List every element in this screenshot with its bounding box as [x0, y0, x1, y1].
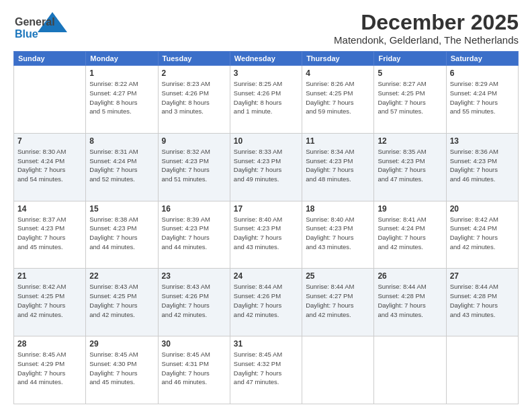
day-info: Sunrise: 8:39 AMSunset: 4:23 PMDaylight:… — [162, 215, 226, 252]
day-info: Sunrise: 8:45 AMSunset: 4:30 PMDaylight:… — [89, 350, 154, 387]
day-number: 29 — [89, 339, 154, 349]
day-info: Sunrise: 8:42 AMSunset: 4:24 PMDaylight:… — [450, 215, 515, 252]
day-number: 22 — [89, 271, 154, 281]
day-number: 24 — [234, 271, 298, 281]
day-info: Sunrise: 8:31 AMSunset: 4:24 PMDaylight:… — [89, 147, 154, 184]
day-number: 17 — [234, 204, 298, 214]
table-row — [14, 66, 86, 134]
day-info: Sunrise: 8:32 AMSunset: 4:23 PMDaylight:… — [162, 147, 226, 184]
day-info: Sunrise: 8:25 AMSunset: 4:26 PMDaylight:… — [234, 79, 298, 116]
table-row: 21Sunrise: 8:42 AMSunset: 4:25 PMDayligh… — [14, 269, 86, 336]
day-info: Sunrise: 8:45 AMSunset: 4:29 PMDaylight:… — [17, 350, 82, 387]
table-row: 4Sunrise: 8:26 AMSunset: 4:25 PMDaylight… — [302, 66, 374, 134]
table-row: 27Sunrise: 8:44 AMSunset: 4:28 PMDayligh… — [446, 269, 518, 336]
day-number: 26 — [378, 271, 442, 281]
table-row: 23Sunrise: 8:43 AMSunset: 4:26 PMDayligh… — [158, 269, 230, 336]
calendar-header-row: Sunday Monday Tuesday Wednesday Thursday… — [14, 52, 519, 66]
day-info: Sunrise: 8:35 AMSunset: 4:23 PMDaylight:… — [378, 147, 442, 184]
day-info: Sunrise: 8:27 AMSunset: 4:25 PMDaylight:… — [378, 79, 442, 116]
calendar-week-row: 21Sunrise: 8:42 AMSunset: 4:25 PMDayligh… — [14, 269, 519, 336]
day-number: 10 — [234, 136, 298, 146]
day-number: 14 — [17, 204, 82, 214]
title-block: December 2025 Matendonk, Gelderland, The… — [334, 11, 519, 46]
day-info: Sunrise: 8:40 AMSunset: 4:23 PMDaylight:… — [306, 215, 370, 252]
day-info: Sunrise: 8:34 AMSunset: 4:23 PMDaylight:… — [306, 147, 370, 184]
table-row: 26Sunrise: 8:44 AMSunset: 4:28 PMDayligh… — [374, 269, 446, 336]
table-row: 17Sunrise: 8:40 AMSunset: 4:23 PMDayligh… — [230, 201, 302, 269]
table-row: 7Sunrise: 8:30 AMSunset: 4:24 PMDaylight… — [14, 133, 86, 201]
day-number: 7 — [17, 136, 82, 146]
table-row: 24Sunrise: 8:44 AMSunset: 4:26 PMDayligh… — [230, 269, 302, 336]
day-number: 25 — [306, 271, 370, 281]
day-number: 4 — [306, 68, 370, 78]
month-title: December 2025 — [334, 11, 519, 34]
day-info: Sunrise: 8:43 AMSunset: 4:25 PMDaylight:… — [89, 282, 154, 319]
table-row: 16Sunrise: 8:39 AMSunset: 4:23 PMDayligh… — [158, 201, 230, 269]
header-thursday: Thursday — [302, 52, 374, 66]
day-info: Sunrise: 8:26 AMSunset: 4:25 PMDaylight:… — [306, 79, 370, 116]
calendar-table: Sunday Monday Tuesday Wednesday Thursday… — [13, 51, 519, 404]
day-info: Sunrise: 8:40 AMSunset: 4:23 PMDaylight:… — [234, 215, 298, 252]
header-sunday: Sunday — [14, 52, 86, 66]
day-info: Sunrise: 8:38 AMSunset: 4:23 PMDaylight:… — [89, 215, 154, 252]
day-number: 2 — [162, 68, 226, 78]
day-info: Sunrise: 8:44 AMSunset: 4:28 PMDaylight:… — [450, 282, 515, 319]
day-number: 21 — [17, 271, 82, 281]
day-info: Sunrise: 8:45 AMSunset: 4:32 PMDaylight:… — [234, 350, 298, 387]
table-row: 10Sunrise: 8:33 AMSunset: 4:23 PMDayligh… — [230, 133, 302, 201]
table-row: 25Sunrise: 8:44 AMSunset: 4:27 PMDayligh… — [302, 269, 374, 336]
day-info: Sunrise: 8:37 AMSunset: 4:23 PMDaylight:… — [17, 215, 82, 252]
logo-icon: General Blue — [13, 11, 87, 42]
day-info: Sunrise: 8:22 AMSunset: 4:27 PMDaylight:… — [89, 79, 154, 116]
table-row: 20Sunrise: 8:42 AMSunset: 4:24 PMDayligh… — [446, 201, 518, 269]
table-row: 1Sunrise: 8:22 AMSunset: 4:27 PMDaylight… — [86, 66, 158, 134]
day-number: 15 — [89, 204, 154, 214]
table-row: 19Sunrise: 8:41 AMSunset: 4:24 PMDayligh… — [374, 201, 446, 269]
svg-text:Blue: Blue — [15, 28, 38, 40]
table-row: 15Sunrise: 8:38 AMSunset: 4:23 PMDayligh… — [86, 201, 158, 269]
day-number: 23 — [162, 271, 226, 281]
table-row: 22Sunrise: 8:43 AMSunset: 4:25 PMDayligh… — [86, 269, 158, 336]
header-tuesday: Tuesday — [158, 52, 230, 66]
day-number: 27 — [450, 271, 515, 281]
table-row: 9Sunrise: 8:32 AMSunset: 4:23 PMDaylight… — [158, 133, 230, 201]
day-info: Sunrise: 8:45 AMSunset: 4:31 PMDaylight:… — [162, 350, 226, 387]
svg-text:General: General — [15, 16, 55, 28]
table-row: 8Sunrise: 8:31 AMSunset: 4:24 PMDaylight… — [86, 133, 158, 201]
day-number: 28 — [17, 339, 82, 349]
table-row: 13Sunrise: 8:36 AMSunset: 4:23 PMDayligh… — [446, 133, 518, 201]
header: General Blue December 2025 Matendonk, Ge… — [13, 11, 519, 46]
table-row: 29Sunrise: 8:45 AMSunset: 4:30 PMDayligh… — [86, 336, 158, 404]
calendar-week-row: 14Sunrise: 8:37 AMSunset: 4:23 PMDayligh… — [14, 201, 519, 269]
table-row: 18Sunrise: 8:40 AMSunset: 4:23 PMDayligh… — [302, 201, 374, 269]
day-info: Sunrise: 8:41 AMSunset: 4:24 PMDaylight:… — [378, 215, 442, 252]
header-wednesday: Wednesday — [230, 52, 302, 66]
day-info: Sunrise: 8:44 AMSunset: 4:27 PMDaylight:… — [306, 282, 370, 319]
table-row: 6Sunrise: 8:29 AMSunset: 4:24 PMDaylight… — [446, 66, 518, 134]
day-number: 13 — [450, 136, 515, 146]
table-row: 12Sunrise: 8:35 AMSunset: 4:23 PMDayligh… — [374, 133, 446, 201]
day-number: 20 — [450, 204, 515, 214]
table-row: 28Sunrise: 8:45 AMSunset: 4:29 PMDayligh… — [14, 336, 86, 404]
header-monday: Monday — [86, 52, 158, 66]
day-number: 16 — [162, 204, 226, 214]
day-number: 11 — [306, 136, 370, 146]
table-row: 14Sunrise: 8:37 AMSunset: 4:23 PMDayligh… — [14, 201, 86, 269]
day-number: 5 — [378, 68, 442, 78]
day-info: Sunrise: 8:29 AMSunset: 4:24 PMDaylight:… — [450, 79, 515, 116]
table-row: 2Sunrise: 8:23 AMSunset: 4:26 PMDaylight… — [158, 66, 230, 134]
day-info: Sunrise: 8:30 AMSunset: 4:24 PMDaylight:… — [17, 147, 82, 184]
logo: General Blue — [13, 11, 87, 42]
header-friday: Friday — [374, 52, 446, 66]
table-row: 5Sunrise: 8:27 AMSunset: 4:25 PMDaylight… — [374, 66, 446, 134]
day-number: 18 — [306, 204, 370, 214]
day-info: Sunrise: 8:43 AMSunset: 4:26 PMDaylight:… — [162, 282, 226, 319]
day-info: Sunrise: 8:44 AMSunset: 4:26 PMDaylight:… — [234, 282, 298, 319]
calendar-week-row: 1Sunrise: 8:22 AMSunset: 4:27 PMDaylight… — [14, 66, 519, 134]
table-row: 3Sunrise: 8:25 AMSunset: 4:26 PMDaylight… — [230, 66, 302, 134]
day-info: Sunrise: 8:42 AMSunset: 4:25 PMDaylight:… — [17, 282, 82, 319]
day-number: 3 — [234, 68, 298, 78]
day-info: Sunrise: 8:36 AMSunset: 4:23 PMDaylight:… — [450, 147, 515, 184]
day-number: 8 — [89, 136, 154, 146]
day-number: 12 — [378, 136, 442, 146]
